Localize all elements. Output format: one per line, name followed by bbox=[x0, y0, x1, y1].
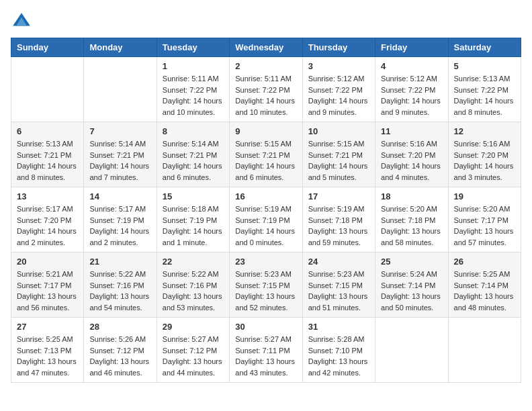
logo bbox=[11, 11, 32, 32]
day-number: 28 bbox=[89, 322, 150, 332]
day-number: 2 bbox=[235, 61, 296, 71]
day-number: 10 bbox=[308, 126, 369, 136]
day-info: Sunrise: 5:15 AM Sunset: 7:21 PM Dayligh… bbox=[308, 138, 369, 183]
day-info: Sunrise: 5:22 AM Sunset: 7:16 PM Dayligh… bbox=[89, 269, 150, 313]
calendar-cell: 27Sunrise: 5:25 AM Sunset: 7:13 PM Dayli… bbox=[11, 318, 84, 383]
calendar-cell bbox=[84, 57, 157, 122]
day-number: 21 bbox=[89, 257, 150, 267]
weekday-header-row: SundayMondayTuesdayWednesdayThursdayFrid… bbox=[11, 38, 521, 57]
day-info: Sunrise: 5:13 AM Sunset: 7:22 PM Dayligh… bbox=[454, 73, 515, 118]
calendar-cell: 21Sunrise: 5:22 AM Sunset: 7:16 PM Dayli… bbox=[84, 253, 157, 318]
calendar-cell: 13Sunrise: 5:17 AM Sunset: 7:20 PM Dayli… bbox=[11, 187, 84, 253]
day-number: 11 bbox=[381, 126, 442, 136]
calendar-cell: 15Sunrise: 5:18 AM Sunset: 7:19 PM Dayli… bbox=[157, 187, 229, 253]
calendar-cell: 9Sunrise: 5:15 AM Sunset: 7:21 PM Daylig… bbox=[230, 122, 302, 187]
day-number: 9 bbox=[235, 126, 296, 136]
day-number: 14 bbox=[89, 191, 150, 201]
calendar-cell: 10Sunrise: 5:15 AM Sunset: 7:21 PM Dayli… bbox=[302, 122, 375, 187]
day-number: 22 bbox=[163, 257, 224, 267]
weekday-header-tuesday: Tuesday bbox=[157, 38, 229, 57]
calendar-cell: 16Sunrise: 5:19 AM Sunset: 7:19 PM Dayli… bbox=[230, 187, 302, 253]
day-number: 31 bbox=[308, 322, 369, 332]
calendar-cell: 20Sunrise: 5:21 AM Sunset: 7:17 PM Dayli… bbox=[11, 253, 84, 318]
day-info: Sunrise: 5:24 AM Sunset: 7:14 PM Dayligh… bbox=[381, 269, 442, 313]
calendar-cell: 30Sunrise: 5:27 AM Sunset: 7:11 PM Dayli… bbox=[230, 318, 302, 383]
day-number: 8 bbox=[163, 126, 224, 136]
calendar-cell: 1Sunrise: 5:11 AM Sunset: 7:22 PM Daylig… bbox=[157, 57, 229, 122]
calendar-cell: 5Sunrise: 5:13 AM Sunset: 7:22 PM Daylig… bbox=[448, 57, 521, 122]
day-number: 1 bbox=[163, 61, 224, 71]
calendar-cell: 25Sunrise: 5:24 AM Sunset: 7:14 PM Dayli… bbox=[375, 253, 448, 318]
day-info: Sunrise: 5:15 AM Sunset: 7:21 PM Dayligh… bbox=[235, 138, 296, 183]
day-info: Sunrise: 5:12 AM Sunset: 7:22 PM Dayligh… bbox=[308, 73, 369, 118]
day-info: Sunrise: 5:12 AM Sunset: 7:22 PM Dayligh… bbox=[381, 73, 442, 118]
calendar-cell: 23Sunrise: 5:23 AM Sunset: 7:15 PM Dayli… bbox=[230, 253, 302, 318]
calendar-cell: 22Sunrise: 5:22 AM Sunset: 7:16 PM Dayli… bbox=[157, 253, 229, 318]
day-number: 13 bbox=[17, 191, 78, 201]
day-number: 12 bbox=[454, 126, 515, 136]
day-number: 25 bbox=[381, 257, 442, 267]
calendar-week-row: 20Sunrise: 5:21 AM Sunset: 7:17 PM Dayli… bbox=[11, 253, 521, 318]
day-info: Sunrise: 5:27 AM Sunset: 7:12 PM Dayligh… bbox=[163, 334, 224, 378]
calendar-cell bbox=[11, 57, 84, 122]
calendar-cell: 12Sunrise: 5:16 AM Sunset: 7:20 PM Dayli… bbox=[448, 122, 521, 187]
weekday-header-thursday: Thursday bbox=[302, 38, 375, 57]
calendar-cell: 18Sunrise: 5:20 AM Sunset: 7:18 PM Dayli… bbox=[375, 187, 448, 253]
day-number: 16 bbox=[235, 191, 296, 201]
weekday-header-wednesday: Wednesday bbox=[230, 38, 302, 57]
day-info: Sunrise: 5:13 AM Sunset: 7:21 PM Dayligh… bbox=[17, 138, 78, 183]
day-number: 30 bbox=[235, 322, 296, 332]
day-number: 4 bbox=[381, 61, 442, 71]
calendar-header: SundayMondayTuesdayWednesdayThursdayFrid… bbox=[11, 38, 521, 57]
day-number: 26 bbox=[454, 257, 515, 267]
day-info: Sunrise: 5:19 AM Sunset: 7:18 PM Dayligh… bbox=[308, 203, 369, 248]
day-info: Sunrise: 5:14 AM Sunset: 7:21 PM Dayligh… bbox=[163, 138, 224, 183]
day-info: Sunrise: 5:20 AM Sunset: 7:18 PM Dayligh… bbox=[381, 203, 442, 248]
calendar-cell bbox=[375, 318, 448, 383]
day-info: Sunrise: 5:21 AM Sunset: 7:17 PM Dayligh… bbox=[17, 269, 78, 313]
day-number: 17 bbox=[308, 191, 369, 201]
calendar-cell: 14Sunrise: 5:17 AM Sunset: 7:19 PM Dayli… bbox=[84, 187, 157, 253]
day-info: Sunrise: 5:16 AM Sunset: 7:20 PM Dayligh… bbox=[454, 138, 515, 183]
day-number: 18 bbox=[381, 191, 442, 201]
calendar-cell: 26Sunrise: 5:25 AM Sunset: 7:14 PM Dayli… bbox=[448, 253, 521, 318]
day-info: Sunrise: 5:17 AM Sunset: 7:19 PM Dayligh… bbox=[89, 203, 150, 248]
calendar-cell: 8Sunrise: 5:14 AM Sunset: 7:21 PM Daylig… bbox=[157, 122, 229, 187]
calendar-cell: 7Sunrise: 5:14 AM Sunset: 7:21 PM Daylig… bbox=[84, 122, 157, 187]
weekday-header-monday: Monday bbox=[84, 38, 157, 57]
day-info: Sunrise: 5:14 AM Sunset: 7:21 PM Dayligh… bbox=[89, 138, 150, 183]
day-info: Sunrise: 5:26 AM Sunset: 7:12 PM Dayligh… bbox=[89, 334, 150, 378]
calendar-week-row: 6Sunrise: 5:13 AM Sunset: 7:21 PM Daylig… bbox=[11, 122, 521, 187]
day-info: Sunrise: 5:25 AM Sunset: 7:14 PM Dayligh… bbox=[454, 269, 515, 313]
calendar-cell: 11Sunrise: 5:16 AM Sunset: 7:20 PM Dayli… bbox=[375, 122, 448, 187]
day-info: Sunrise: 5:27 AM Sunset: 7:11 PM Dayligh… bbox=[235, 334, 296, 378]
day-number: 3 bbox=[308, 61, 369, 71]
calendar-cell: 17Sunrise: 5:19 AM Sunset: 7:18 PM Dayli… bbox=[302, 187, 375, 253]
calendar-body: 1Sunrise: 5:11 AM Sunset: 7:22 PM Daylig… bbox=[11, 57, 521, 383]
calendar-cell bbox=[448, 318, 521, 383]
day-info: Sunrise: 5:11 AM Sunset: 7:22 PM Dayligh… bbox=[163, 73, 224, 118]
weekday-header-saturday: Saturday bbox=[448, 38, 521, 57]
day-number: 29 bbox=[163, 322, 224, 332]
calendar-cell: 6Sunrise: 5:13 AM Sunset: 7:21 PM Daylig… bbox=[11, 122, 84, 187]
calendar-cell: 3Sunrise: 5:12 AM Sunset: 7:22 PM Daylig… bbox=[302, 57, 375, 122]
day-number: 27 bbox=[17, 322, 78, 332]
day-info: Sunrise: 5:22 AM Sunset: 7:16 PM Dayligh… bbox=[163, 269, 224, 313]
day-number: 6 bbox=[17, 126, 78, 136]
day-info: Sunrise: 5:18 AM Sunset: 7:19 PM Dayligh… bbox=[163, 203, 224, 248]
day-info: Sunrise: 5:17 AM Sunset: 7:20 PM Dayligh… bbox=[17, 203, 78, 248]
weekday-header-friday: Friday bbox=[375, 38, 448, 57]
day-info: Sunrise: 5:23 AM Sunset: 7:15 PM Dayligh… bbox=[235, 269, 296, 313]
calendar-week-row: 27Sunrise: 5:25 AM Sunset: 7:13 PM Dayli… bbox=[11, 318, 521, 383]
calendar-table: SundayMondayTuesdayWednesdayThursdayFrid… bbox=[11, 38, 521, 383]
calendar-week-row: 13Sunrise: 5:17 AM Sunset: 7:20 PM Dayli… bbox=[11, 187, 521, 253]
day-number: 5 bbox=[454, 61, 515, 71]
day-info: Sunrise: 5:20 AM Sunset: 7:17 PM Dayligh… bbox=[454, 203, 515, 248]
day-number: 19 bbox=[454, 191, 515, 201]
generalblue-logo-icon bbox=[11, 11, 32, 32]
day-number: 15 bbox=[163, 191, 224, 201]
weekday-header-sunday: Sunday bbox=[11, 38, 84, 57]
calendar-cell: 2Sunrise: 5:11 AM Sunset: 7:22 PM Daylig… bbox=[230, 57, 302, 122]
day-number: 7 bbox=[89, 126, 150, 136]
calendar-cell: 29Sunrise: 5:27 AM Sunset: 7:12 PM Dayli… bbox=[157, 318, 229, 383]
